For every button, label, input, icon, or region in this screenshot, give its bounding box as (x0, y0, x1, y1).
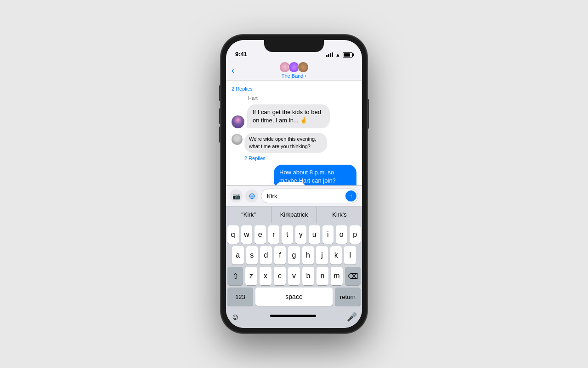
replies-link-2[interactable]: 2 Replies (244, 154, 356, 162)
thread-group: We're wide open this evening, what time … (232, 133, 356, 162)
keyboard-row-3: ⇧ z x c v b n m ⌫ (227, 267, 361, 285)
input-bar: 📷 ⊕ Kirk ↑ (226, 185, 362, 206)
key-o[interactable]: o (336, 225, 347, 244)
key-r[interactable]: r (268, 225, 280, 244)
apps-button[interactable]: ⊕ (245, 190, 258, 202)
message-row-1: If I can get the kids to bed on time, I … (232, 104, 356, 128)
replies-link-1[interactable]: 2 Replies (232, 84, 356, 92)
group-name[interactable]: The Band › (282, 73, 306, 79)
status-icons: ▲ (326, 52, 353, 58)
input-text[interactable]: Kirk (267, 193, 277, 200)
key-v[interactable]: v (288, 267, 300, 285)
sender-hart: Hart (232, 95, 356, 101)
wifi-icon: ▲ (335, 52, 340, 58)
keyboard-bottom-row: 123 space return (227, 288, 361, 306)
send-button[interactable]: ↑ (345, 190, 356, 201)
phone-screen: 9:41 ▲ ‹ (226, 40, 362, 328)
back-button[interactable]: ‹ (232, 66, 234, 75)
key-j[interactable]: j (316, 246, 328, 264)
avatar-gray (232, 134, 243, 145)
status-time: 9:41 (235, 51, 247, 58)
space-key[interactable]: space (255, 288, 333, 306)
notch (264, 40, 324, 52)
key-z[interactable]: z (245, 267, 257, 285)
key-a[interactable]: a (232, 246, 244, 264)
autocomplete-item-2[interactable]: Kirkpatrick (271, 207, 317, 223)
key-u[interactable]: u (309, 225, 320, 244)
key-c[interactable]: c (274, 267, 286, 285)
home-indicator (270, 315, 316, 317)
nav-avatar-3 (298, 62, 309, 73)
avatar-hart (232, 115, 244, 128)
message-input[interactable]: Kirk ↑ (261, 189, 358, 203)
key-t[interactable]: t (282, 225, 293, 244)
camera-icon: 📷 (232, 192, 240, 200)
key-w[interactable]: w (241, 225, 253, 244)
key-f[interactable]: f (274, 246, 286, 264)
key-l[interactable]: l (344, 246, 356, 264)
key-s[interactable]: s (246, 246, 258, 264)
apps-icon: ⊕ (249, 191, 255, 201)
keyboard-row-2: a s d f g h j k l (227, 246, 361, 264)
autocomplete-bar: "Kirk" Kirkpatrick Kirk's (226, 206, 362, 223)
key-x[interactable]: x (260, 267, 271, 285)
key-m[interactable]: m (331, 267, 343, 285)
signal-icon (326, 52, 333, 57)
return-key[interactable]: return (335, 288, 361, 306)
group-info[interactable]: The Band › (279, 62, 309, 79)
phone-device: 9:41 ▲ ‹ (220, 34, 368, 334)
backspace-key[interactable]: ⌫ (345, 267, 361, 285)
key-p[interactable]: p (350, 225, 361, 244)
messages-area: 2 Replies Hart If I can get the kids to … (226, 80, 362, 185)
battery-icon (343, 52, 353, 58)
key-y[interactable]: y (295, 225, 307, 244)
key-g[interactable]: g (288, 246, 300, 264)
key-d[interactable]: d (260, 246, 272, 264)
key-h[interactable]: h (302, 246, 314, 264)
keyboard-row-1: q w e r t y u i o p (227, 225, 361, 244)
camera-button[interactable]: 📷 (230, 190, 243, 202)
key-e[interactable]: e (254, 225, 266, 244)
key-b[interactable]: b (302, 267, 314, 285)
mention-popup[interactable]: Kirk (276, 182, 305, 185)
bubble-2[interactable]: We're wide open this evening, what time … (244, 133, 327, 153)
num-key[interactable]: 123 (227, 288, 253, 306)
send-icon: ↑ (350, 193, 352, 199)
nav-bar: ‹ The Band › (226, 60, 362, 80)
autocomplete-item-1[interactable]: "Kirk" (226, 207, 271, 223)
mic-button[interactable]: 🎤 (347, 312, 357, 322)
autocomplete-item-3[interactable]: Kirk's (317, 207, 362, 223)
key-k[interactable]: k (330, 246, 342, 264)
shift-key[interactable]: ⇧ (227, 267, 243, 285)
key-q[interactable]: q (227, 225, 239, 244)
key-n[interactable]: n (317, 267, 328, 285)
key-i[interactable]: i (322, 225, 334, 244)
keyboard-extras: ☺ 🎤 (227, 308, 361, 327)
keyboard: q w e r t y u i o p a s d f g h j k (226, 223, 362, 328)
emoji-button[interactable]: ☺ (231, 312, 239, 322)
bubble-1[interactable]: If I can get the kids to bed on time, I … (247, 104, 330, 128)
